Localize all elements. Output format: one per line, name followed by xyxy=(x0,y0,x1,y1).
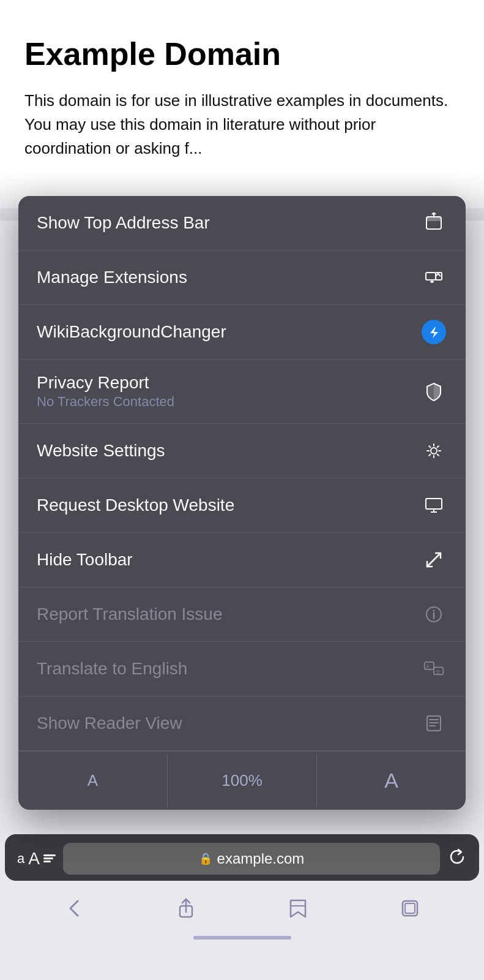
menu-item-title: Show Reader View xyxy=(37,714,182,733)
menu-item-report-translation-issue[interactable]: Report Translation Issue xyxy=(18,587,466,642)
menu-item-hide-toolbar[interactable]: Hide Toolbar xyxy=(18,533,466,587)
menu-item-manage-extensions[interactable]: Manage Extensions xyxy=(18,251,466,305)
share-button[interactable] xyxy=(168,893,204,924)
back-button[interactable] xyxy=(56,893,92,924)
menu-item-title: Show Top Address Bar xyxy=(37,213,210,233)
small-a-label: a xyxy=(17,851,24,867)
big-a-label: A xyxy=(28,849,40,869)
menu-item-title: Website Settings xyxy=(37,441,165,461)
svg-rect-6 xyxy=(426,499,442,509)
lock-icon: 🔒 xyxy=(199,852,212,865)
svg-rect-23 xyxy=(43,861,51,862)
reload-button[interactable] xyxy=(447,847,467,871)
menu-item-wiki-background-changer[interactable]: WikiBackgroundChanger xyxy=(18,305,466,360)
desktop-icon xyxy=(420,492,447,519)
svg-rect-1 xyxy=(426,217,441,221)
info-icon xyxy=(420,601,447,628)
home-indicator xyxy=(193,936,291,940)
menu-item-title: Translate to English xyxy=(37,659,187,679)
menu-item-website-settings[interactable]: Website Settings xyxy=(18,424,466,478)
browser-content: Example Domain This domain is for use in… xyxy=(0,0,484,208)
page-title: Example Domain xyxy=(24,37,460,72)
reader-icon xyxy=(420,710,447,737)
url-text: example.com xyxy=(217,850,305,867)
menu-item-title: Request Desktop Website xyxy=(37,496,234,515)
page-background: Show Top Address Bar Manage Extensions xyxy=(0,208,484,940)
text-size-button[interactable]: aA xyxy=(17,849,56,869)
address-bar-icon xyxy=(420,209,447,236)
font-large-label: A xyxy=(384,769,398,793)
translate-icon: A 文 xyxy=(420,655,447,682)
svg-point-11 xyxy=(433,610,435,612)
reload-icon xyxy=(447,847,467,867)
tabs-button[interactable] xyxy=(392,893,428,924)
bolt-icon xyxy=(420,318,447,345)
menu-item-privacy-report[interactable]: Privacy Report No Trackers Contacted xyxy=(18,360,466,424)
font-percent-label: 100% xyxy=(222,771,262,790)
svg-point-5 xyxy=(431,448,437,454)
menu-item-title: WikiBackgroundChanger xyxy=(37,322,226,342)
bottom-toolbar: aA 🔒 example.com xyxy=(5,834,479,881)
extensions-icon xyxy=(420,264,447,291)
menu-item-request-desktop-website[interactable]: Request Desktop Website xyxy=(18,478,466,533)
gear-icon xyxy=(420,437,447,464)
page-body: This domain is for use in illustrative e… xyxy=(24,89,460,160)
svg-rect-21 xyxy=(43,854,56,856)
svg-line-9 xyxy=(427,553,441,567)
context-menu: Show Top Address Bar Manage Extensions xyxy=(18,196,466,810)
menu-item-show-reader-view[interactable]: Show Reader View xyxy=(18,696,466,751)
svg-text:文: 文 xyxy=(436,669,441,675)
svg-rect-3 xyxy=(426,273,436,280)
menu-item-subtitle: No Trackers Contacted xyxy=(37,394,174,410)
menu-item-translate-to-english[interactable]: Translate to English A 文 xyxy=(18,642,466,696)
menu-item-title: Hide Toolbar xyxy=(37,550,133,570)
url-bar[interactable]: 🔒 example.com xyxy=(63,843,440,875)
menu-item-title: Report Translation Issue xyxy=(37,605,223,624)
shield-icon xyxy=(420,378,447,405)
svg-rect-28 xyxy=(405,903,415,913)
font-increase-button[interactable]: A xyxy=(317,752,466,810)
svg-text:A: A xyxy=(426,663,430,669)
font-small-label: A xyxy=(87,771,98,790)
font-percent-display: 100% xyxy=(168,754,317,807)
resize-icon xyxy=(420,546,447,573)
menu-item-title: Manage Extensions xyxy=(37,268,187,287)
font-decrease-button[interactable]: A xyxy=(18,754,168,807)
bookmarks-button[interactable] xyxy=(280,893,316,924)
font-size-controls: A 100% A xyxy=(18,751,466,810)
navigation-bar xyxy=(0,881,484,930)
menu-item-show-top-address-bar[interactable]: Show Top Address Bar xyxy=(18,196,466,251)
menu-item-title: Privacy Report xyxy=(37,373,174,393)
svg-rect-22 xyxy=(43,858,53,859)
aa-menu-icon xyxy=(43,854,56,863)
